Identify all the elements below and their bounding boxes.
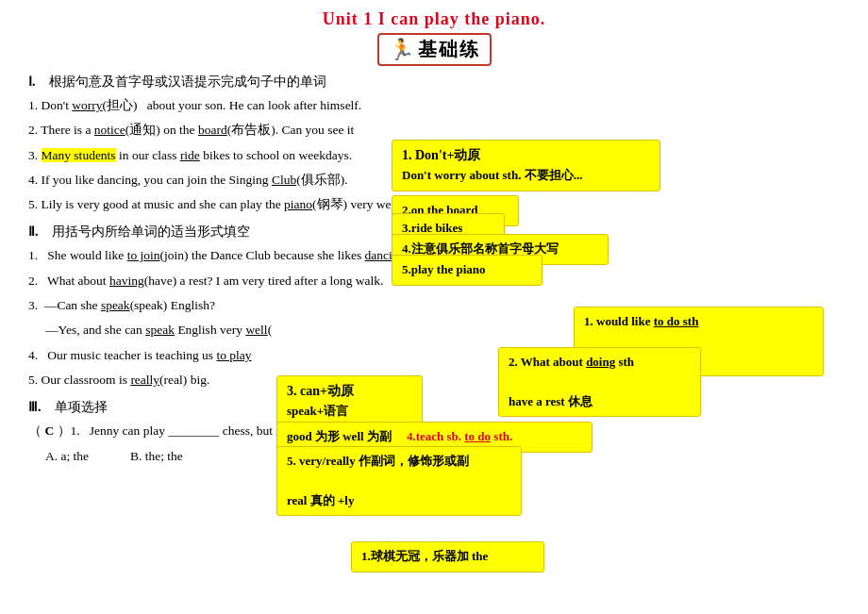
popup6-line1: 1. would like to do sth [584,312,813,332]
word-piano: piano [284,197,312,211]
section2-instruction: 用括号内所给单词的适当形式填空 [52,224,250,239]
section3-instruction: 单项选择 [55,400,108,414]
popup10-line1: 5. very/really 作副词，修饰形或副 [287,452,511,472]
popup9-left: good 为形 well 为副 [287,427,392,447]
word-board: board [198,123,227,137]
word-to-join: to join [127,248,160,262]
popup8-body: speak+语言 [287,402,412,422]
popup-chess: 1.球棋无冠，乐器加 the [351,541,544,573]
popup-dont: 1. Don't+动原 Don't worry about sth. 不要担心.… [392,140,660,191]
popup-piano: 5.play the piano [392,255,542,286]
section1-line2: 2. There is a notice(通知) on the board(布告… [28,119,840,141]
answer-c: C [44,423,54,438]
word-well: well [245,323,267,337]
word-really: really [130,373,159,387]
popup-what-about: 2. What about doing sth have a rest 休息 [498,347,701,417]
popup7-line1: 2. What about doing sth [509,353,691,373]
word-speak1: speak [101,298,130,312]
popup11-body: 1.球棋无冠，乐器加 the [361,547,534,567]
word-club: Club [272,173,296,187]
section3-label: Ⅲ. [28,400,42,414]
page: Unit 1 I can play the piano. 🏃 基础练 Ⅰ. 根据… [0,0,868,614]
section1-header: Ⅰ. 根据句意及首字母或汉语提示完成句子中的单词 [28,74,840,91]
popup8-title: 3. can+动原 [287,381,412,402]
popup-can: 3. can+动原 speak+语言 [276,375,423,427]
word-speak2: speak [145,323,175,337]
logo-text: 基础练 [418,37,480,62]
popup1-body: Don't worry about sth. 不要担心... [402,166,650,186]
word-worry: worry [72,98,102,112]
section3-header: Ⅲ. 单项选择 [28,399,840,416]
word-to-play: to play [216,348,251,362]
logo-box: 🏃 基础练 [377,33,492,66]
word-ride: ride [180,148,200,162]
popup7-line2: have a rest 休息 [509,392,691,412]
section1-label: Ⅰ. [28,75,36,89]
section1-instruction: 根据句意及首字母或汉语提示完成句子中的单词 [49,75,326,89]
popup-very-really: 5. very/really 作副词，修饰形或副 real 真的 +ly [276,446,522,516]
popup10-line2: real 真的 +ly [287,491,511,511]
section2-label: Ⅱ. [28,224,39,239]
highlight-many-students: Many students [42,148,116,162]
popup5-body: 5.play the piano [402,260,532,280]
word-having: having [109,274,144,288]
word-notice: notice [94,123,125,137]
logo-figure-icon: 🏃 [389,38,414,62]
logo-area: 🏃 基础练 [28,33,840,66]
popup9-right: 4.teach sb. to do sth. [407,427,512,447]
popup1-title: 1. Don't+动原 [402,145,650,166]
page-title: Unit 1 I can play the piano. [28,9,840,29]
section1-line1: 1. Don't worry(担心) about your son. He ca… [28,94,840,117]
